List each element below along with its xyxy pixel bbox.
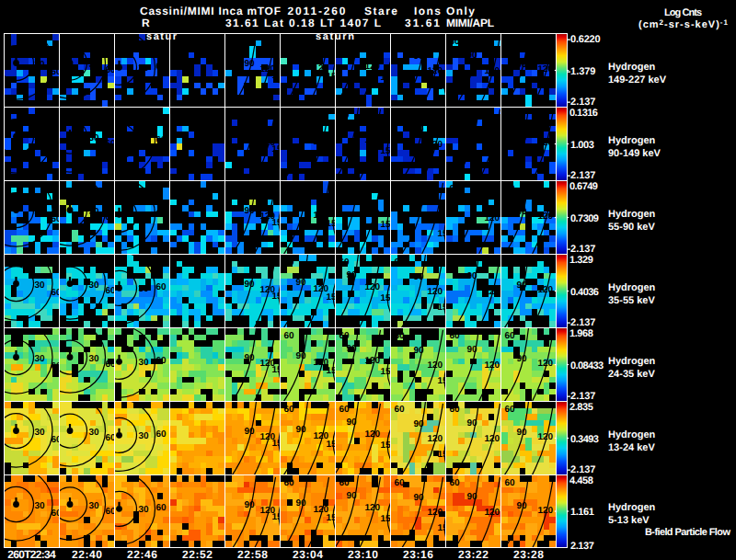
svg-text:31.61: 31.61: [405, 17, 440, 29]
svg-text:30: 30: [89, 60, 100, 70]
svg-text:60: 60: [339, 331, 351, 341]
svg-text:60: 60: [450, 257, 461, 268]
svg-text:90: 90: [347, 50, 358, 60]
svg-text:31.61 Lat 0.18 LT 1407 L: 31.61 Lat 0.18 LT 1407 L: [225, 17, 381, 29]
svg-text:30: 30: [35, 280, 46, 291]
svg-text:120: 120: [428, 66, 443, 76]
svg-text:60: 60: [450, 331, 461, 341]
svg-text:60: 60: [284, 478, 295, 488]
svg-text:60: 60: [450, 405, 461, 415]
svg-text:60: 60: [450, 184, 461, 194]
svg-text:Hydrogen: Hydrogen: [608, 502, 656, 513]
svg-text:60: 60: [284, 184, 295, 194]
svg-text:30: 30: [35, 133, 46, 143]
svg-text:60: 60: [339, 405, 351, 415]
svg-text:0.6749: 0.6749: [569, 181, 598, 192]
svg-text:-2.137: -2.137: [568, 391, 596, 402]
svg-text:120: 120: [538, 285, 554, 295]
svg-text:30: 30: [139, 137, 150, 147]
svg-text:60: 60: [395, 37, 406, 47]
svg-text:90: 90: [517, 280, 528, 291]
svg-text:120: 120: [365, 503, 381, 513]
svg-text:-1.379: -1.379: [568, 66, 596, 77]
svg-text:(cm2-sr-s-keV)-1: (cm2-sr-s-keV)-1: [638, 18, 729, 30]
svg-text:5-13 keV: 5-13 keV: [608, 515, 650, 526]
svg-text:120: 120: [428, 360, 443, 371]
svg-text:30: 30: [35, 354, 46, 364]
svg-text:260T22:34: 260T22:34: [7, 548, 56, 560]
svg-text:30: 30: [139, 431, 150, 441]
svg-text:-2.137: -2.137: [568, 317, 596, 328]
svg-text:60: 60: [450, 478, 461, 488]
svg-text:60: 60: [395, 257, 406, 268]
svg-text:90: 90: [245, 500, 256, 510]
svg-text:120: 120: [538, 64, 554, 74]
svg-text:30: 30: [89, 280, 100, 291]
svg-text:60: 60: [395, 184, 406, 194]
svg-text:satur: satur: [146, 31, 178, 42]
svg-text:Hydrogen: Hydrogen: [608, 429, 656, 440]
svg-text:90: 90: [517, 501, 528, 511]
svg-text:23:10: 23:10: [348, 548, 378, 560]
svg-text:0.08433: 0.08433: [570, 360, 604, 371]
svg-text:120: 120: [365, 356, 381, 366]
svg-text:120: 120: [485, 140, 500, 150]
svg-text:90: 90: [414, 51, 425, 62]
svg-text:120: 120: [485, 287, 500, 297]
svg-text:60: 60: [156, 429, 167, 440]
svg-text:90: 90: [245, 427, 256, 437]
svg-text:30: 30: [139, 358, 150, 368]
svg-text:60: 60: [339, 184, 351, 194]
svg-text:4.458: 4.458: [569, 475, 593, 486]
svg-text:22:40: 22:40: [72, 548, 102, 560]
svg-text:60: 60: [395, 331, 406, 341]
svg-text:23:16: 23:16: [403, 548, 433, 560]
svg-text:60: 60: [339, 478, 351, 488]
svg-text:60: 60: [395, 110, 406, 120]
svg-text:120: 120: [428, 140, 443, 150]
svg-text:60: 60: [505, 478, 516, 488]
svg-text:13-24 keV: 13-24 keV: [608, 442, 655, 453]
svg-text:90: 90: [245, 132, 256, 143]
svg-text:2.835: 2.835: [569, 402, 593, 413]
svg-text:60: 60: [505, 37, 516, 47]
svg-text:23:28: 23:28: [513, 548, 544, 560]
svg-text:120: 120: [538, 211, 554, 222]
svg-text:30: 30: [35, 207, 46, 217]
svg-text:60: 60: [395, 405, 406, 415]
svg-text:90: 90: [414, 125, 425, 135]
svg-text:90: 90: [347, 417, 358, 428]
svg-text:90: 90: [517, 428, 528, 438]
svg-text:60: 60: [156, 135, 167, 145]
svg-text:90: 90: [467, 492, 478, 502]
svg-text:120: 120: [485, 508, 500, 518]
svg-text:120: 120: [365, 62, 381, 72]
svg-text:-2.137: -2.137: [568, 464, 596, 475]
svg-text:90: 90: [414, 419, 425, 429]
svg-text:60: 60: [450, 37, 461, 47]
svg-text:90: 90: [517, 133, 528, 143]
svg-text:90: 90: [347, 197, 358, 207]
svg-text:90: 90: [296, 278, 307, 288]
svg-text:30: 30: [89, 133, 100, 143]
svg-text:60: 60: [156, 356, 167, 366]
svg-text:60: 60: [395, 478, 406, 488]
svg-text:Hydrogen: Hydrogen: [608, 209, 656, 220]
svg-text:0.4036: 0.4036: [570, 287, 599, 298]
svg-text:22:52: 22:52: [182, 548, 213, 560]
svg-text:90: 90: [245, 353, 256, 363]
svg-text:120: 120: [428, 508, 443, 518]
svg-text:120: 120: [485, 360, 500, 371]
svg-text:120: 120: [365, 209, 381, 219]
svg-text:60: 60: [284, 405, 295, 415]
svg-text:90: 90: [517, 60, 528, 70]
svg-text:90: 90: [296, 498, 307, 509]
svg-text:60: 60: [505, 257, 516, 268]
svg-text:-2.137: -2.137: [568, 170, 596, 181]
svg-text:30: 30: [139, 211, 150, 221]
svg-text:120: 120: [428, 287, 443, 297]
svg-text:90: 90: [467, 198, 478, 208]
svg-text:60: 60: [156, 503, 167, 513]
svg-text:120: 120: [365, 282, 381, 292]
svg-text:2.137: 2.137: [570, 541, 594, 552]
